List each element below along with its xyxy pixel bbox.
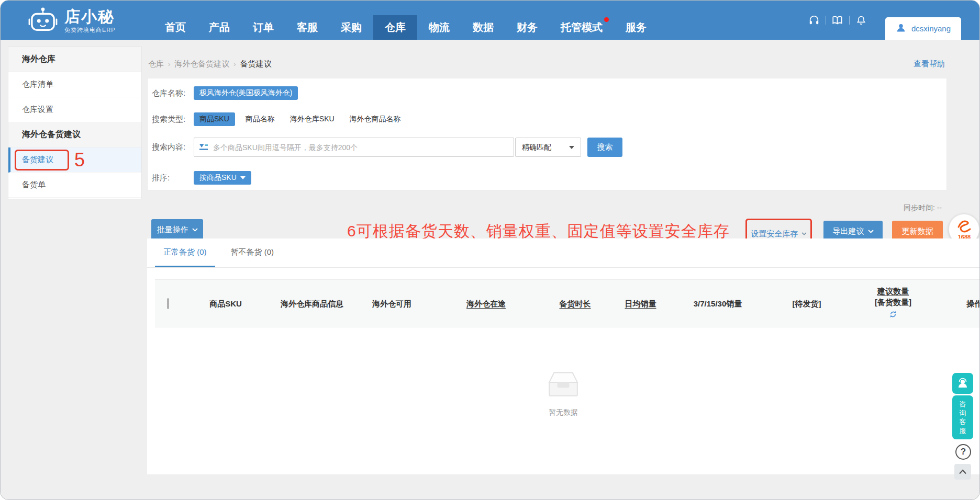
caret-down-icon bbox=[240, 176, 246, 179]
nav-item-logistics[interactable]: 物流 bbox=[417, 15, 461, 40]
batch-operation-button[interactable]: 批量操作 bbox=[151, 219, 203, 241]
results-panel: 正常备货 (0) 暂不备货 (0) 商品SKU 海外仓库商品信息 海外仓可用 海… bbox=[147, 238, 979, 474]
search-content-label: 搜索内容: bbox=[152, 142, 188, 152]
column-stocking-duration[interactable]: 备货时长 bbox=[542, 298, 608, 309]
chevron-down-icon bbox=[192, 228, 198, 232]
chevron-down-icon bbox=[569, 146, 574, 149]
nav-item-hosting-label: 托管模式 bbox=[561, 20, 603, 35]
user-account-chip[interactable]: dcsxinyang bbox=[885, 17, 961, 40]
batch-operation-label: 批量操作 bbox=[157, 225, 188, 235]
search-type-overseas-product-name[interactable]: 海外仓商品名称 bbox=[350, 115, 401, 124]
manual-book-icon[interactable] bbox=[826, 15, 849, 26]
notification-dot bbox=[604, 17, 609, 22]
sidebar-item-warehouse-list[interactable]: 仓库清单 bbox=[8, 72, 141, 97]
breadcrumb: 仓库 › 海外仓备货建议 › 备货建议 bbox=[148, 59, 272, 69]
empty-box-icon bbox=[546, 369, 581, 399]
column-overseas-available: 海外仓可用 bbox=[354, 298, 430, 309]
search-type-product-name[interactable]: 商品名称 bbox=[246, 115, 275, 124]
result-tabs: 正常备货 (0) 暂不备货 (0) bbox=[147, 238, 979, 268]
search-type-label: 搜索类型: bbox=[152, 115, 188, 124]
select-all-checkbox[interactable] bbox=[167, 298, 169, 309]
sidebar-item-stocking-suggestion[interactable]: 备货建议 5 bbox=[8, 147, 141, 173]
main-menu: 首页 产品 订单 客服 采购 仓库 物流 数据 财务 托管模式 服务 bbox=[153, 15, 658, 40]
column-overseas-in-transit[interactable]: 海外仓在途 bbox=[430, 298, 542, 309]
nav-item-finance[interactable]: 财务 bbox=[505, 15, 549, 40]
customer-service-widget[interactable]: 咨询客服 bbox=[952, 373, 973, 439]
column-overseas-product-info: 海外仓库商品信息 bbox=[270, 298, 354, 309]
customer-service-label-box: 咨询客服 bbox=[952, 395, 973, 439]
breadcrumb-stocking-suggestion-group[interactable]: 海外仓备货建议 bbox=[174, 59, 229, 69]
column-pending-shipment: [待发货] bbox=[762, 298, 851, 309]
breadcrumb-warehouse[interactable]: 仓库 bbox=[148, 59, 164, 69]
app-window: 店小秘 免费跨境电商ERP 首页 产品 订单 客服 采购 仓库 物流 数据 财务… bbox=[0, 0, 980, 500]
breadcrumb-separator: › bbox=[168, 60, 170, 68]
sidebar-section-overseas-warehouse: 海外仓库 bbox=[8, 47, 141, 72]
select-all-cell bbox=[155, 298, 181, 309]
column-suggested-quantity: 建议数量 [备货数量] bbox=[851, 286, 935, 321]
annotation-number-5: 5 bbox=[74, 149, 85, 171]
sidebar-item-warehouse-settings[interactable]: 仓库设置 bbox=[8, 97, 141, 122]
user-avatar-icon bbox=[896, 22, 906, 35]
multi-sku-filter-icon bbox=[199, 143, 208, 153]
headset-icon[interactable] bbox=[803, 15, 826, 26]
column-period-sales: 3/7/15/30销量 bbox=[673, 298, 762, 309]
match-mode-select[interactable]: 精确匹配 bbox=[515, 138, 581, 157]
sidebar: 海外仓库 仓库清单 仓库设置 海外仓备货建议 备货建议 5 备货单 bbox=[8, 47, 142, 199]
back-to-top-button[interactable] bbox=[954, 464, 971, 480]
nav-item-purchase[interactable]: 采购 bbox=[329, 15, 373, 40]
table-header-row: 商品SKU 海外仓库商品信息 海外仓可用 海外仓在途 备货时长 日均销量 3/7… bbox=[155, 279, 979, 327]
search-input-wrap bbox=[194, 138, 514, 157]
sort-dropdown-chip[interactable]: 按商品SKU bbox=[194, 171, 251, 185]
sidebar-item-label: 备货建议 bbox=[22, 155, 53, 165]
breadcrumb-separator: › bbox=[233, 60, 236, 68]
sidebar-item-stocking-order[interactable]: 备货单 bbox=[8, 173, 141, 198]
username: dcsxinyang bbox=[911, 24, 951, 33]
search-button[interactable]: 搜索 bbox=[587, 138, 622, 157]
customer-service-icon bbox=[952, 373, 973, 394]
suggested-quantity-line1[interactable]: 建议数量 bbox=[851, 286, 935, 297]
export-suggestion-label: 导出建议 bbox=[833, 226, 864, 236]
set-safety-stock-label: 设置安全库存 bbox=[751, 229, 798, 239]
chevron-down-icon bbox=[868, 230, 874, 233]
nav-item-data[interactable]: 数据 bbox=[461, 15, 505, 40]
empty-state: 暂无数据 bbox=[147, 369, 979, 417]
nav-item-home[interactable]: 首页 bbox=[153, 15, 197, 40]
warehouse-name-label: 仓库名称: bbox=[152, 88, 188, 98]
view-help-link[interactable]: 查看帮助 bbox=[914, 59, 945, 69]
filter-panel: 仓库名称: 极风海外仓(美国极风海外仓) 搜索类型: 商品SKU 商品名称 海外… bbox=[147, 78, 947, 190]
search-type-overseas-sku[interactable]: 海外仓库SKU bbox=[290, 115, 335, 124]
empty-state-text: 暂无数据 bbox=[147, 408, 979, 417]
tab-normal-stocking[interactable]: 正常备货 (0) bbox=[155, 238, 215, 267]
navbar-right: dcsxinyang bbox=[803, 1, 961, 40]
column-action: 操作 bbox=[935, 298, 979, 309]
sync-time-text: 同步时间: -- bbox=[904, 203, 942, 213]
app-logo[interactable]: 店小秘 免费跨境电商ERP bbox=[28, 7, 116, 35]
logo-title: 店小秘 bbox=[64, 8, 116, 25]
top-navbar: 店小秘 免费跨境电商ERP 首页 产品 订单 客服 采购 仓库 物流 数据 财务… bbox=[1, 1, 979, 40]
help-question-button[interactable]: ? bbox=[955, 444, 971, 460]
nav-item-products[interactable]: 产品 bbox=[197, 15, 241, 40]
search-input[interactable] bbox=[194, 138, 514, 157]
nav-item-hosting[interactable]: 托管模式 bbox=[549, 15, 614, 40]
chevron-down-icon bbox=[801, 232, 807, 235]
nav-item-orders[interactable]: 订单 bbox=[241, 15, 285, 40]
robot-logo-icon bbox=[28, 7, 58, 35]
logo-subtitle: 免费跨境电商ERP bbox=[64, 26, 116, 34]
sort-label: 排序: bbox=[152, 173, 188, 183]
refresh-icon[interactable] bbox=[851, 310, 935, 321]
breadcrumb-current-page: 备货建议 bbox=[240, 59, 272, 69]
nav-item-services[interactable]: 服务 bbox=[614, 15, 658, 40]
warehouse-chip[interactable]: 极风海外仓(美国极风海外仓) bbox=[194, 86, 298, 100]
nav-item-warehouse[interactable]: 仓库 bbox=[373, 15, 417, 40]
sidebar-section-stocking-suggestion: 海外仓备货建议 bbox=[8, 122, 141, 147]
customer-service-label: 咨询客服 bbox=[959, 400, 966, 435]
nav-item-service[interactable]: 客服 bbox=[285, 15, 329, 40]
suggested-quantity-line2: [备货数量] bbox=[851, 297, 935, 308]
column-daily-avg-sales[interactable]: 日均销量 bbox=[608, 298, 673, 309]
tab-paused-stocking[interactable]: 暂不备货 (0) bbox=[222, 238, 283, 267]
search-type-product-sku[interactable]: 商品SKU bbox=[194, 112, 235, 126]
1688-logo-icon: 1688 bbox=[952, 218, 976, 242]
bell-icon[interactable] bbox=[850, 15, 873, 26]
match-mode-value: 精确匹配 bbox=[522, 143, 551, 152]
column-product-sku: 商品SKU bbox=[181, 298, 270, 309]
